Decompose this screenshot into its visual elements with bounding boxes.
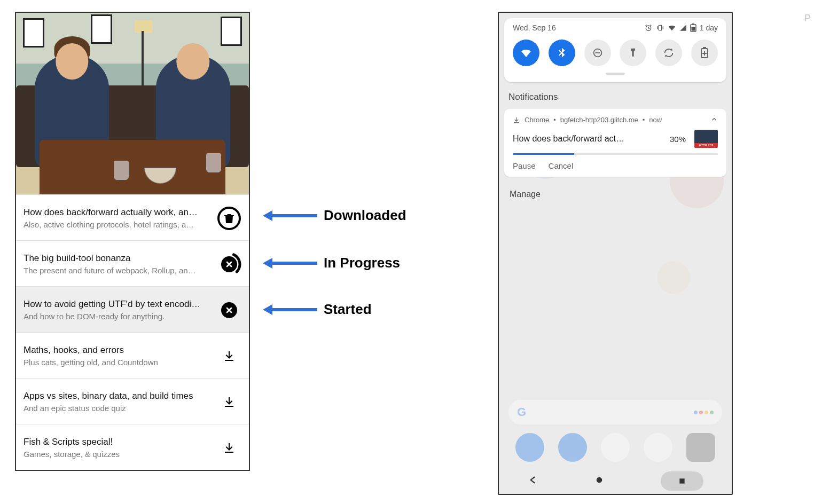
episode-row[interactable]: The big build-tool bonanza The present a… [16, 240, 249, 286]
notification-progress-fill [513, 153, 574, 155]
episode-subtitle: The present and future of webpack, Rollu… [24, 266, 212, 275]
shade-drag-handle[interactable] [606, 73, 625, 75]
nav-back-button[interactable] [527, 475, 538, 487]
notification-app: Chrome [525, 116, 549, 124]
vibrate-icon [656, 23, 664, 32]
notification-percent: 30% [670, 135, 686, 144]
podcast-app-panel: How does back/forward actually work, an…… [15, 12, 250, 471]
wifi-status-icon [668, 23, 676, 32]
nav-recents-button[interactable] [661, 471, 703, 491]
episode-subtitle: Games, storage, & quizzes [24, 450, 212, 459]
notification-title: How does back/forward act… [513, 134, 664, 144]
nav-home-button[interactable] [594, 475, 604, 487]
phone-app-icon[interactable] [515, 433, 544, 462]
arrow-left-icon [266, 308, 317, 311]
svg-point-10 [597, 477, 602, 483]
svg-rect-11 [679, 478, 684, 483]
camera-app-icon[interactable] [686, 433, 715, 462]
episode-title: Maths, hooks, and errors [24, 345, 212, 356]
cancel-download-button[interactable] [217, 298, 241, 322]
notification-time: now [649, 116, 662, 124]
episode-subtitle: And an epic status code quiz [24, 404, 212, 413]
android-nav-bar [499, 468, 732, 494]
annotation-label: In Progress [324, 255, 400, 271]
signal-icon [679, 24, 687, 32]
nav-back-icon [527, 475, 538, 485]
stray-glyph: P [804, 13, 811, 24]
notification-cancel-button[interactable]: Cancel [549, 161, 574, 170]
chrome-app-icon[interactable] [644, 433, 672, 462]
android-notification-shade: Wed, Sep 16 1 day [498, 12, 733, 495]
annotation-in-progress: In Progress [266, 255, 400, 271]
qs-dnd-tile[interactable] [584, 40, 611, 66]
cancel-download-button[interactable] [217, 252, 241, 277]
download-button[interactable] [217, 344, 241, 368]
chevron-up-icon [710, 115, 718, 123]
annotation-label: Downloaded [324, 207, 406, 224]
svg-rect-9 [703, 47, 706, 49]
qs-battery-saver-tile[interactable] [691, 40, 718, 66]
download-button[interactable] [217, 390, 241, 414]
episode-row[interactable]: Apps vs sites, binary data, and build ti… [16, 378, 249, 424]
battery-text: 1 day [700, 23, 718, 32]
download-icon [223, 350, 236, 363]
episode-row[interactable]: How does back/forward actually work, an…… [16, 194, 249, 240]
download-icon [223, 442, 236, 454]
episode-hero-thumbnail [16, 13, 249, 194]
wifi-icon [520, 46, 533, 59]
svg-rect-4 [692, 23, 694, 25]
episode-row[interactable]: Maths, hooks, and errors Plus cats, gett… [16, 332, 249, 378]
episode-row[interactable]: Fish & Scripts special! Games, storage, … [16, 424, 249, 470]
episode-title: Apps vs sites, binary data, and build ti… [24, 391, 212, 401]
flashlight-icon [628, 48, 638, 58]
arrow-left-icon [266, 262, 317, 265]
episode-subtitle: Plus cats, getting old, and Countdown [24, 358, 212, 367]
google-logo-icon: G [517, 405, 526, 419]
annotation-label: Started [324, 301, 372, 318]
download-notification[interactable]: Chrome • bgfetch-http203.glitch.me • now… [504, 109, 726, 177]
manage-notifications-button[interactable]: Manage [499, 177, 732, 212]
dnd-icon [592, 47, 604, 59]
episode-row[interactable]: How to avoid getting UTF'd by text encod… [16, 286, 249, 332]
play-store-icon[interactable] [601, 433, 630, 462]
episode-title: How to avoid getting UTF'd by text encod… [24, 299, 212, 310]
qs-wifi-tile[interactable] [513, 40, 539, 66]
trash-icon [217, 207, 241, 230]
notification-thumbnail [694, 130, 718, 148]
battery-icon [690, 23, 696, 32]
status-icons: 1 day [644, 23, 718, 32]
notification-header: Chrome • bgfetch-http203.glitch.me • now [513, 115, 718, 124]
episode-title: The big build-tool bonanza [24, 253, 212, 264]
assistant-icon [694, 411, 714, 414]
messages-app-icon[interactable] [558, 433, 587, 462]
google-search-pill[interactable]: G [508, 400, 722, 424]
qs-bluetooth-tile[interactable] [549, 40, 575, 66]
notification-progress-bar [513, 153, 718, 155]
delete-download-button[interactable] [217, 206, 241, 231]
status-date: Wed, Sep 16 [513, 23, 556, 32]
notification-source: bgfetch-http203.glitch.me [560, 116, 638, 124]
auto-rotate-icon [663, 47, 675, 59]
bluetooth-icon [556, 47, 568, 59]
download-small-icon [513, 116, 520, 124]
qs-flashlight-tile[interactable] [620, 40, 646, 66]
notification-pause-button[interactable]: Pause [513, 161, 536, 170]
annotation-started: Started [266, 301, 372, 318]
alarm-icon [644, 23, 653, 32]
battery-saver-icon [700, 47, 709, 59]
download-icon [223, 396, 236, 408]
qs-rotate-tile[interactable] [655, 40, 682, 66]
annotation-downloaded: Downloaded [266, 207, 406, 224]
download-button[interactable] [217, 436, 241, 460]
home-dock [499, 433, 732, 462]
arrow-left-icon [266, 214, 317, 217]
svg-rect-5 [691, 27, 695, 31]
nav-recents-icon [678, 477, 686, 485]
svg-point-0 [217, 252, 241, 277]
episode-title: How does back/forward actually work, an… [24, 207, 212, 218]
quick-settings-card: Wed, Sep 16 1 day [504, 18, 726, 82]
episode-title: Fish & Scripts special! [24, 437, 212, 447]
collapse-notification-button[interactable] [710, 115, 718, 124]
episode-subtitle: Also, active clothing protocols, hotel r… [24, 220, 212, 229]
progress-arc-icon [217, 252, 241, 277]
